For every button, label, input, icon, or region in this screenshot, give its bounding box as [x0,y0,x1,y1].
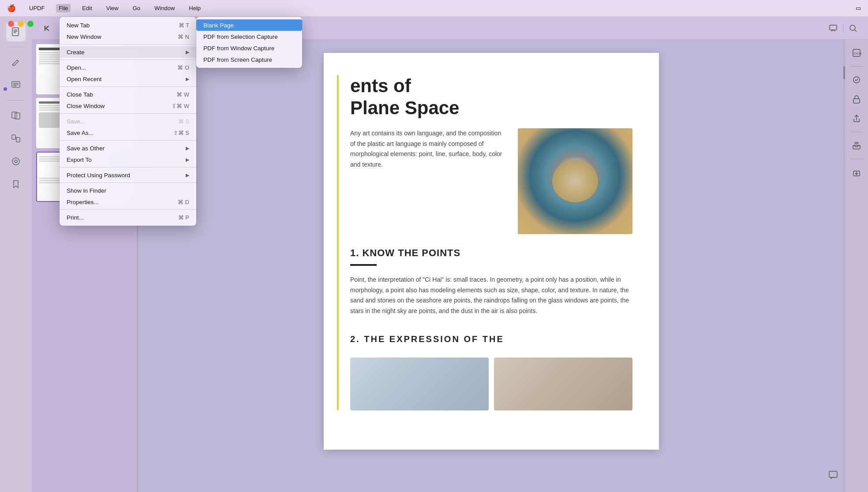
doc-body-text: Any art contains its own language, and t… [350,128,505,234]
menu-divider-2 [60,60,196,60]
bottom-thumb-1 [350,358,489,410]
doc-section2-wrapper: 2. THE EXPRESSION OF THE [350,334,632,344]
menubar-view[interactable]: View [104,4,121,12]
go-first-button[interactable] [41,22,53,34]
doc-content-wrapper: ents of Plane Space Any art contains its… [350,75,632,410]
svg-point-15 [15,160,17,163]
page-bookmark-bar [337,75,339,410]
share-button[interactable] [849,111,864,127]
right-sidebar: OCR [845,40,868,492]
submenu-pdf-screen[interactable]: PDF from Screen Capture [196,54,302,65]
comment-button[interactable] [827,22,839,34]
menu-divider-6 [60,167,196,168]
recognize-button[interactable] [849,72,864,88]
right-divider-3 [850,159,863,159]
sidebar-icon-pen[interactable] [6,52,26,72]
menu-create[interactable]: Create ▶ [60,46,196,58]
menu-divider-8 [60,209,196,210]
create-submenu[interactable]: Blank Page PDF from Selection Capture PD… [196,17,302,68]
menu-close-window[interactable]: Close Window ⇧⌘ W [60,100,196,112]
svg-line-20 [855,30,857,32]
menu-open[interactable]: Open... ⌘ O [60,62,196,73]
menu-properties[interactable]: Properties... ⌘ D [60,196,196,208]
doc-bottom-thumbnails [350,358,632,410]
bottom-thumb-2 [494,358,632,410]
tunnel-image [518,128,632,234]
apple-menu-icon[interactable]: 🍎 [7,4,16,12]
main-scrollbar[interactable] [843,40,845,492]
document-page: ents of Plane Space Any art contains its… [324,53,659,450]
maximize-button[interactable] [27,21,34,27]
menu-save[interactable]: Save... ⌘ S [60,116,196,127]
right-divider-2 [850,132,863,132]
menu-print[interactable]: Print... ⌘ P [60,212,196,223]
doc-section1-title: 1. KNOW THE POINTS [350,247,632,259]
svg-line-5 [12,64,13,66]
document-view[interactable]: ents of Plane Space Any art contains its… [138,40,845,492]
menubar-help[interactable]: Help [186,4,203,12]
doc-title-line2: Plane Space [350,97,459,118]
menubar-window[interactable]: Window [152,4,177,12]
svg-rect-24 [853,99,860,103]
svg-rect-13 [16,138,20,142]
sidebar-icon-ai[interactable] [6,152,26,171]
svg-point-19 [850,25,855,30]
doc-image [518,128,632,234]
menu-divider-3 [60,86,196,87]
inbox-button[interactable] [849,138,864,153]
chat-button[interactable] [826,467,842,483]
main-scrollbar-thumb[interactable] [843,66,845,79]
menubar-go[interactable]: Go [130,4,143,12]
file-lock-button[interactable] [849,91,864,107]
sidebar-divider-1 [7,47,25,47]
doc-section1-divider [350,264,377,266]
svg-rect-18 [830,25,837,30]
menu-save-as-other[interactable]: Save as Other ▶ [60,142,196,154]
sidebar-icon-comment[interactable] [6,75,26,95]
sidebar-icon-convert[interactable] [6,129,26,148]
toolbar-right [827,22,859,34]
close-button[interactable] [8,21,14,27]
menu-divider-7 [60,183,196,183]
sidebar-divider-2 [7,100,25,101]
save-cloud-button[interactable] [849,164,864,180]
doc-body-row: Any art contains its own language, and t… [350,128,632,234]
menu-divider-5 [60,140,196,141]
svg-rect-11 [15,113,20,119]
svg-line-4 [17,60,19,61]
search-button[interactable] [847,22,859,34]
svg-rect-0 [12,28,19,36]
doc-title-line1: ents of [350,75,411,96]
menu-open-recent[interactable]: Open Recent ▶ [60,73,196,85]
submenu-blank-page[interactable]: Blank Page [196,19,302,31]
menubar-file[interactable]: File [56,4,71,12]
menubar-edit[interactable]: Edit [79,4,94,12]
menu-show-finder[interactable]: Show in Finder [60,185,196,196]
ocr-button[interactable]: OCR [849,45,864,61]
menu-new-window[interactable]: New Window ⌘ N [60,31,196,42]
menu-divider-1 [60,44,196,45]
menu-new-tab[interactable]: New Tab ⌘ T [60,19,196,31]
minimize-button[interactable] [18,21,24,27]
sidebar-icon-bookmark[interactable] [6,175,26,194]
window-controls [8,21,34,27]
menubar: 🍎 UPDF File Edit View Go Window Help ▭ [0,0,868,17]
submenu-pdf-window[interactable]: PDF from Window Capture [196,42,302,54]
left-sidebar [0,17,32,492]
menubar-updf[interactable]: UPDF [26,4,47,12]
doc-title: ents of Plane Space [350,75,632,119]
sidebar-dot [4,87,7,91]
menu-divider-4 [60,113,196,114]
svg-point-14 [12,158,19,165]
svg-rect-25 [853,145,860,149]
sidebar-icon-pages[interactable] [6,106,26,125]
menu-export-to[interactable]: Export To ▶ [60,154,196,165]
menu-protect-password[interactable]: Protect Using Password ▶ [60,169,196,181]
doc-section2-title: 2. THE EXPRESSION OF THE [350,334,632,344]
svg-text:OCR: OCR [854,52,861,56]
submenu-pdf-selection[interactable]: PDF from Selection Capture [196,31,302,42]
menu-save-as[interactable]: Save As... ⇧⌘ S [60,127,196,138]
right-divider-1 [850,66,863,67]
menu-close-tab[interactable]: Close Tab ⌘ W [60,89,196,100]
file-menu[interactable]: New Tab ⌘ T New Window ⌘ N Create ▶ Open… [60,17,196,226]
